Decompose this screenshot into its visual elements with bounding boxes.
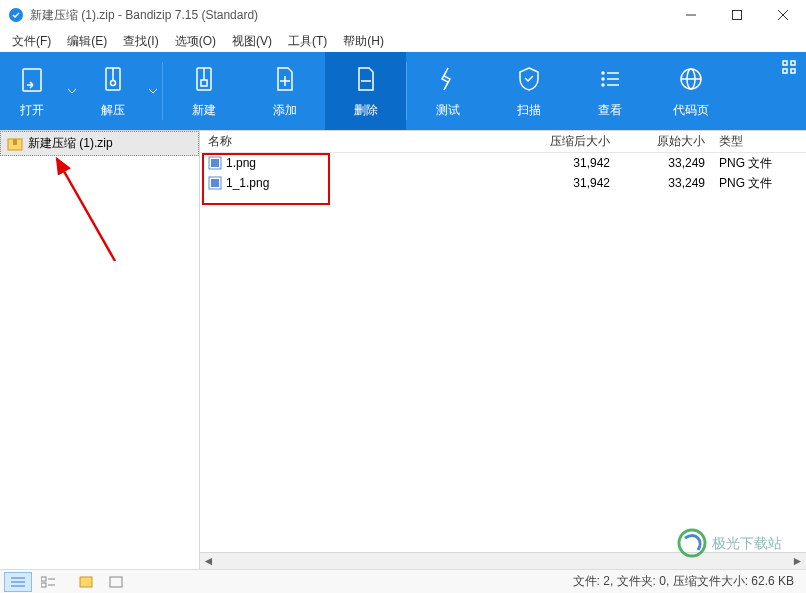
svg-rect-27	[791, 69, 795, 73]
toolbar-overflow[interactable]	[782, 60, 796, 77]
svg-rect-39	[41, 583, 46, 587]
file-row[interactable]: 1.png 31,942 33,249 PNG 文件	[200, 153, 806, 173]
toolbar-test[interactable]: 测试	[407, 52, 488, 130]
title-bar: 新建压缩 (1).zip - Bandizip 7.15 (Standard)	[0, 0, 806, 30]
svg-line-30	[57, 159, 115, 261]
scroll-left-button[interactable]: ◄	[200, 553, 217, 570]
toolbar-view[interactable]: 查看	[569, 52, 650, 130]
minimize-button[interactable]	[668, 0, 714, 30]
file-original: 33,249	[620, 156, 715, 170]
test-icon	[433, 64, 463, 94]
codepage-icon	[676, 64, 706, 94]
file-compressed: 31,942	[510, 156, 620, 170]
menu-bar: 文件(F) 编辑(E) 查找(I) 选项(O) 视图(V) 工具(T) 帮助(H…	[0, 30, 806, 52]
menu-file[interactable]: 文件(F)	[4, 31, 59, 52]
svg-rect-38	[41, 577, 46, 581]
svg-rect-24	[783, 61, 787, 65]
main-area: 新建压缩 (1).zip 名称 压缩后大小 原始大小 类型 1.png 31,9…	[0, 130, 806, 569]
open-icon	[17, 64, 47, 94]
watermark: 极光下载站	[676, 526, 796, 563]
toolbar-extract[interactable]: 解压	[81, 52, 144, 130]
svg-rect-34	[211, 179, 219, 187]
toolbar-scan[interactable]: 扫描	[488, 52, 569, 130]
svg-rect-11	[201, 80, 207, 86]
file-type: PNG 文件	[715, 175, 785, 192]
status-view-icons	[0, 572, 134, 592]
column-headers: 名称 压缩后大小 原始大小 类型	[200, 131, 806, 153]
tree-root-label: 新建压缩 (1).zip	[28, 135, 113, 152]
file-name: 1.png	[226, 156, 256, 170]
png-file-icon	[208, 176, 222, 190]
tree-root-item[interactable]: 新建压缩 (1).zip	[0, 131, 199, 156]
menu-options[interactable]: 选项(O)	[167, 31, 224, 52]
file-list: 名称 压缩后大小 原始大小 类型 1.png 31,942 33,249 PNG…	[200, 131, 806, 569]
svg-point-15	[602, 72, 604, 74]
png-file-icon	[208, 156, 222, 170]
toolbar: 打开 解压 新建 添加 删除 测试	[0, 52, 806, 130]
svg-rect-2	[733, 11, 742, 20]
svg-point-8	[110, 80, 115, 85]
menu-view[interactable]: 视图(V)	[224, 31, 280, 52]
svg-rect-26	[783, 69, 787, 73]
extract-icon	[98, 64, 128, 94]
file-name: 1_1.png	[226, 176, 269, 190]
maximize-button[interactable]	[714, 0, 760, 30]
toolbar-open[interactable]: 打开	[0, 52, 63, 130]
menu-help[interactable]: 帮助(H)	[335, 31, 392, 52]
svg-rect-43	[110, 577, 122, 587]
annotation-arrow	[45, 151, 125, 271]
view-details-icon[interactable]	[4, 572, 32, 592]
col-original[interactable]: 原始大小	[620, 133, 715, 150]
svg-point-17	[602, 78, 604, 80]
delete-icon	[351, 64, 381, 94]
col-name[interactable]: 名称	[200, 133, 510, 150]
view-icon	[595, 64, 625, 94]
status-text: 文件: 2, 文件夹: 0, 压缩文件大小: 62.6 KB	[573, 573, 806, 590]
file-type: PNG 文件	[715, 155, 785, 172]
new-icon	[189, 64, 219, 94]
svg-rect-5	[23, 69, 41, 91]
menu-find[interactable]: 查找(I)	[115, 31, 166, 52]
col-type[interactable]: 类型	[715, 133, 785, 150]
app-icon	[8, 7, 24, 23]
svg-text:极光下载站: 极光下载站	[711, 536, 782, 551]
view-tiles-icon[interactable]	[102, 572, 130, 592]
status-bar: 文件: 2, 文件夹: 0, 压缩文件大小: 62.6 KB	[0, 569, 806, 593]
archive-icon	[7, 136, 23, 152]
close-button[interactable]	[760, 0, 806, 30]
file-compressed: 31,942	[510, 176, 620, 190]
svg-rect-32	[211, 159, 219, 167]
toolbar-open-dropdown[interactable]	[63, 52, 81, 130]
sidebar: 新建压缩 (1).zip	[0, 131, 200, 569]
menu-edit[interactable]: 编辑(E)	[59, 31, 115, 52]
svg-rect-42	[80, 577, 92, 587]
file-row[interactable]: 1_1.png 31,942 33,249 PNG 文件	[200, 173, 806, 193]
file-original: 33,249	[620, 176, 715, 190]
window-controls	[668, 0, 806, 30]
menu-tools[interactable]: 工具(T)	[280, 31, 335, 52]
scan-icon	[514, 64, 544, 94]
window-title: 新建压缩 (1).zip - Bandizip 7.15 (Standard)	[30, 7, 668, 24]
col-compressed[interactable]: 压缩后大小	[510, 133, 620, 150]
add-icon	[270, 64, 300, 94]
toolbar-new[interactable]: 新建	[163, 52, 244, 130]
toolbar-delete[interactable]: 删除	[325, 52, 406, 130]
toolbar-codepage[interactable]: 代码页	[650, 52, 731, 130]
svg-rect-25	[791, 61, 795, 65]
svg-point-19	[602, 84, 604, 86]
svg-rect-29	[13, 139, 17, 145]
toolbar-add[interactable]: 添加	[244, 52, 325, 130]
view-thumbnails-icon[interactable]	[72, 572, 100, 592]
toolbar-extract-dropdown[interactable]	[144, 52, 162, 130]
view-list-icon[interactable]	[34, 572, 62, 592]
